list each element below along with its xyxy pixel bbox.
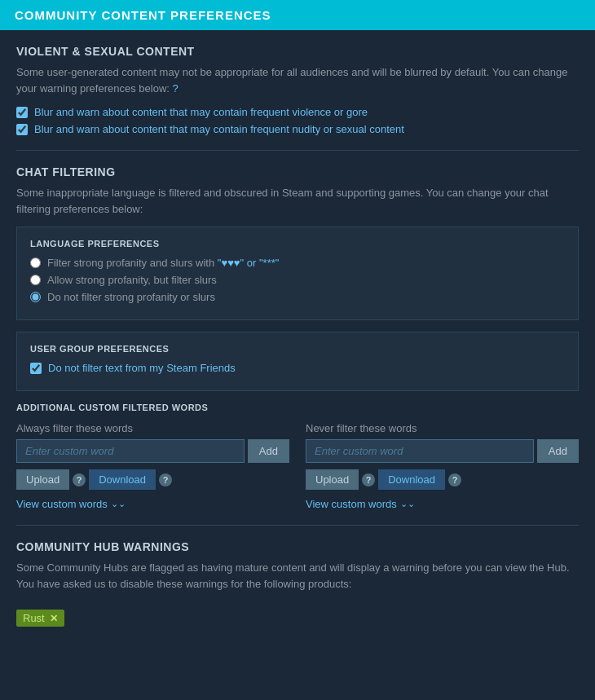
- chevron-down-icon-always: ⌄⌄: [111, 499, 126, 509]
- never-filter-col: Never filter these words Add Upload ? Do…: [306, 422, 579, 510]
- checkbox-violence-label: Blur and warn about content that may con…: [34, 106, 368, 118]
- always-filter-download-button[interactable]: Download: [89, 469, 156, 490]
- chat-filtering-title: CHAT FILTERING: [16, 165, 579, 178]
- view-custom-words-never-link[interactable]: View custom words ⌄⌄: [306, 498, 415, 510]
- radio-allow-profanity[interactable]: [30, 275, 41, 285]
- always-filter-col: Always filter these words Add Upload ? D…: [16, 422, 289, 510]
- hub-tags-container: Rust ✕: [16, 601, 579, 627]
- language-preferences-title: LANGUAGE PREFERENCES: [30, 239, 565, 249]
- checkbox-nudity-label: Blur and warn about content that may con…: [34, 123, 404, 135]
- always-filter-add-button[interactable]: Add: [248, 439, 289, 463]
- divider-2: [16, 525, 579, 526]
- download-help-icon-never[interactable]: ?: [448, 473, 461, 486]
- never-filter-input-row: Add: [306, 439, 579, 463]
- never-filter-label: Never filter these words: [306, 422, 579, 434]
- violent-sexual-title: VIOLENT & SEXUAL CONTENT: [16, 45, 579, 58]
- upload-help-icon-never[interactable]: ?: [362, 473, 375, 486]
- help-link-violent[interactable]: ?: [173, 82, 178, 95]
- community-hub-description: Some Community Hubs are flagged as havin…: [16, 560, 579, 592]
- checkbox-row-violence: Blur and warn about content that may con…: [16, 106, 579, 118]
- checkbox-row-friends: Do not filter text from my Steam Friends: [30, 362, 565, 374]
- custom-words-title: ADDITIONAL CUSTOM FILTERED WORDS: [16, 403, 579, 412]
- checkbox-friends-label: Do not filter text from my Steam Friends: [48, 362, 236, 374]
- never-filter-download-button[interactable]: Download: [378, 469, 445, 490]
- checkbox-nudity[interactable]: [16, 124, 28, 135]
- radio-strong-filter[interactable]: [30, 258, 41, 268]
- radio-row-allow-profanity: Allow strong profanity, but filter slurs: [30, 274, 565, 286]
- chat-filtering-section: CHAT FILTERING Some inappropriate langua…: [16, 165, 579, 510]
- always-filter-input-row: Add: [16, 439, 289, 463]
- chat-filtering-description: Some inappropriate language is filtered …: [16, 185, 579, 217]
- divider-1: [16, 150, 579, 151]
- radio-no-filter[interactable]: [30, 292, 41, 302]
- violent-sexual-section: VIOLENT & SEXUAL CONTENT Some user-gener…: [16, 45, 579, 135]
- custom-words-columns: Always filter these words Add Upload ? D…: [16, 422, 579, 510]
- radio-row-no-filter: Do not filter strong profanity or slurs: [30, 291, 565, 303]
- never-filter-upload-button[interactable]: Upload: [306, 469, 359, 490]
- hub-tag-rust-remove[interactable]: ✕: [50, 613, 58, 624]
- radio-no-filter-label: Do not filter strong profanity or slurs: [47, 291, 215, 303]
- always-filter-input[interactable]: [16, 439, 245, 463]
- never-filter-upload-download-row: Upload ? Download ?: [306, 469, 579, 490]
- always-filter-upload-button[interactable]: Upload: [16, 469, 69, 490]
- checkbox-violence[interactable]: [16, 107, 28, 118]
- never-filter-add-button[interactable]: Add: [537, 439, 579, 463]
- upload-help-icon-always[interactable]: ?: [73, 473, 86, 486]
- always-filter-label: Always filter these words: [16, 422, 289, 434]
- language-preferences-box: LANGUAGE PREFERENCES Filter strong profa…: [16, 227, 579, 320]
- checkbox-friends[interactable]: [30, 363, 42, 374]
- hub-tag-rust-label: Rust: [23, 612, 45, 624]
- main-content: VIOLENT & SEXUAL CONTENT Some user-gener…: [0, 30, 595, 641]
- page-header: COMMUNITY CONTENT PREFERENCES: [0, 0, 595, 30]
- radio-strong-label: Filter strong profanity and slurs with "…: [47, 257, 279, 269]
- user-group-title: USER GROUP PREFERENCES: [30, 344, 565, 354]
- never-filter-input[interactable]: [306, 439, 534, 463]
- community-hub-title: COMMUNITY HUB WARNINGS: [16, 540, 579, 553]
- checkbox-row-nudity: Blur and warn about content that may con…: [16, 123, 579, 135]
- radio-row-strong-filter: Filter strong profanity and slurs with "…: [30, 257, 565, 269]
- download-help-icon-always[interactable]: ?: [159, 473, 172, 486]
- always-filter-upload-download-row: Upload ? Download ?: [16, 469, 289, 490]
- hub-tag-rust: Rust ✕: [16, 610, 64, 627]
- community-hub-section: COMMUNITY HUB WARNINGS Some Community Hu…: [16, 540, 579, 627]
- filter-symbols: "♥♥♥" or "***": [218, 257, 280, 269]
- radio-allow-label: Allow strong profanity, but filter slurs: [47, 274, 217, 286]
- custom-words-section: ADDITIONAL CUSTOM FILTERED WORDS Always …: [16, 403, 579, 510]
- user-group-preferences-box: USER GROUP PREFERENCES Do not filter tex…: [16, 332, 579, 391]
- violent-sexual-description: Some user-generated content may not be a…: [16, 64, 579, 96]
- page-title: COMMUNITY CONTENT PREFERENCES: [15, 8, 580, 22]
- view-custom-words-always-link[interactable]: View custom words ⌄⌄: [16, 498, 126, 510]
- chevron-down-icon-never: ⌄⌄: [400, 499, 415, 509]
